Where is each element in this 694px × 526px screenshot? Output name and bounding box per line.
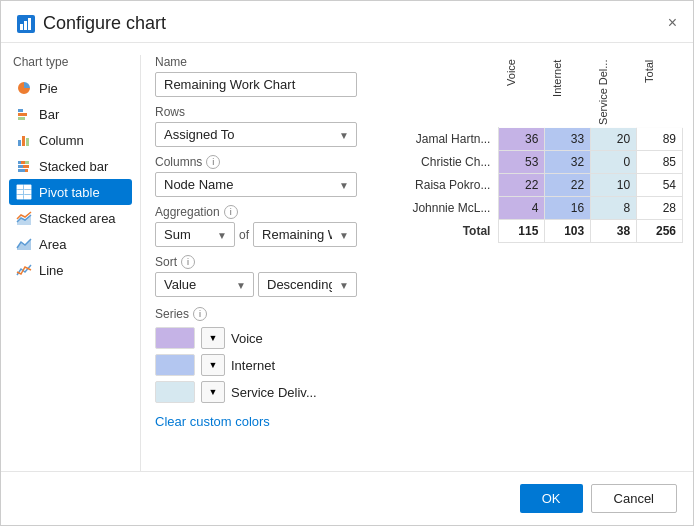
total-all: 256 <box>637 220 683 243</box>
chart-type-line[interactable]: Line <box>9 257 132 283</box>
aggregation-func-select[interactable]: Sum <box>155 222 235 247</box>
chart-type-pivot-label: Pivot table <box>39 185 100 200</box>
row-label-1: Christie Ch... <box>381 151 499 174</box>
svg-rect-4 <box>18 113 27 116</box>
pivot-table-panel: Voice Internet Service Del... Total Jama… <box>371 55 693 471</box>
series-color-internet[interactable] <box>155 354 195 376</box>
pivot-col-internet: Internet <box>545 55 591 128</box>
table-row: Jamal Hartn... 36 33 20 89 <box>381 128 683 151</box>
chart-type-list: Pie Bar <box>9 75 132 283</box>
dialog-footer: OK Cancel <box>1 471 693 525</box>
svg-rect-9 <box>18 161 21 164</box>
svg-rect-19 <box>24 190 31 194</box>
series-item-service: ▼ Service Deliv... <box>155 381 357 403</box>
aggregation-row: Sum ▼ of Remaining Work ▼ <box>155 222 357 247</box>
series-label: Series i <box>155 307 357 321</box>
name-label: Name <box>155 55 357 69</box>
chart-type-stacked-bar[interactable]: Stacked bar <box>9 153 132 179</box>
area-icon <box>15 235 33 253</box>
total-service: 38 <box>591 220 637 243</box>
cancel-button[interactable]: Cancel <box>591 484 677 513</box>
cell-3-internet: 16 <box>545 197 591 220</box>
bar-icon <box>15 105 33 123</box>
chart-type-stacked-area-label: Stacked area <box>39 211 116 226</box>
cell-1-internet: 32 <box>545 151 591 174</box>
cell-0-voice: 36 <box>499 128 545 151</box>
svg-rect-21 <box>24 195 31 199</box>
series-name-internet: Internet <box>231 358 275 373</box>
configure-chart-dialog: Configure chart × Chart type Pie <box>0 0 694 526</box>
svg-rect-12 <box>18 165 23 168</box>
aggregation-func-wrapper: Sum ▼ <box>155 222 235 247</box>
series-name-voice: Voice <box>231 331 263 346</box>
total-internet: 103 <box>545 220 591 243</box>
cell-1-total: 85 <box>637 151 683 174</box>
svg-rect-5 <box>18 117 25 120</box>
sort-label: Sort i <box>155 255 357 269</box>
aggregation-field-wrapper: Remaining Work ▼ <box>253 222 357 247</box>
series-dropdown-service[interactable]: ▼ <box>201 381 225 403</box>
cell-2-total: 54 <box>637 174 683 197</box>
chart-type-label: Chart type <box>9 55 132 69</box>
pivot-col-total: Total <box>637 55 683 128</box>
cell-0-total: 89 <box>637 128 683 151</box>
rows-select[interactable]: Assigned To <box>155 122 357 147</box>
columns-info-icon[interactable]: i <box>206 155 220 169</box>
stacked-bar-icon <box>15 157 33 175</box>
dialog-header: Configure chart × <box>1 1 693 43</box>
series-color-voice[interactable] <box>155 327 195 349</box>
chart-type-pivot[interactable]: Pivot table <box>9 179 132 205</box>
column-icon <box>15 131 33 149</box>
chart-icon <box>17 15 35 33</box>
series-dropdown-internet[interactable]: ▼ <box>201 354 225 376</box>
series-name-service: Service Deliv... <box>231 385 317 400</box>
sort-order-wrapper: Descending ▼ <box>258 272 357 297</box>
rows-label: Rows <box>155 105 357 119</box>
total-voice: 115 <box>499 220 545 243</box>
svg-rect-15 <box>25 169 28 172</box>
close-button[interactable]: × <box>664 11 681 35</box>
pie-icon <box>15 79 33 97</box>
chart-type-pie[interactable]: Pie <box>9 75 132 101</box>
dialog-body: Chart type Pie <box>1 43 693 471</box>
aggregation-info-icon[interactable]: i <box>224 205 238 219</box>
sort-info-icon[interactable]: i <box>181 255 195 269</box>
cell-3-service: 8 <box>591 197 637 220</box>
total-row: Total 115 103 38 256 <box>381 220 683 243</box>
svg-rect-18 <box>17 190 23 194</box>
chart-type-panel: Chart type Pie <box>1 55 141 471</box>
svg-rect-1 <box>24 21 27 30</box>
chart-type-area-label: Area <box>39 237 66 252</box>
cell-1-voice: 53 <box>499 151 545 174</box>
svg-rect-13 <box>23 165 29 168</box>
aggregation-field-select[interactable]: Remaining Work <box>253 222 357 247</box>
chart-type-pie-label: Pie <box>39 81 58 96</box>
sort-order-select[interactable]: Descending <box>258 272 357 297</box>
svg-rect-7 <box>22 136 25 146</box>
svg-rect-20 <box>17 195 23 199</box>
cell-0-service: 20 <box>591 128 637 151</box>
pivot-icon <box>15 183 33 201</box>
series-dropdown-voice[interactable]: ▼ <box>201 327 225 349</box>
svg-rect-0 <box>20 24 23 30</box>
cell-1-service: 0 <box>591 151 637 174</box>
chart-type-column-label: Column <box>39 133 84 148</box>
chart-type-bar[interactable]: Bar <box>9 101 132 127</box>
ok-button[interactable]: OK <box>520 484 583 513</box>
series-color-service[interactable] <box>155 381 195 403</box>
svg-rect-14 <box>18 169 25 172</box>
columns-select[interactable]: Node Name <box>155 172 357 197</box>
table-row: Raisa Pokro... 22 22 10 54 <box>381 174 683 197</box>
cell-2-voice: 22 <box>499 174 545 197</box>
chart-type-column[interactable]: Column <box>9 127 132 153</box>
clear-colors-link[interactable]: Clear custom colors <box>155 414 270 429</box>
chart-type-area[interactable]: Area <box>9 231 132 257</box>
name-input[interactable] <box>155 72 357 97</box>
series-info-icon[interactable]: i <box>193 307 207 321</box>
table-row: Christie Ch... 53 32 0 85 <box>381 151 683 174</box>
chart-type-stacked-area[interactable]: Stacked area <box>9 205 132 231</box>
sort-by-wrapper: Value ▼ <box>155 272 254 297</box>
form-panel: Name Rows Assigned To ▼ Columns i Node N… <box>141 55 371 471</box>
row-label-2: Raisa Pokro... <box>381 174 499 197</box>
sort-by-select[interactable]: Value <box>155 272 254 297</box>
